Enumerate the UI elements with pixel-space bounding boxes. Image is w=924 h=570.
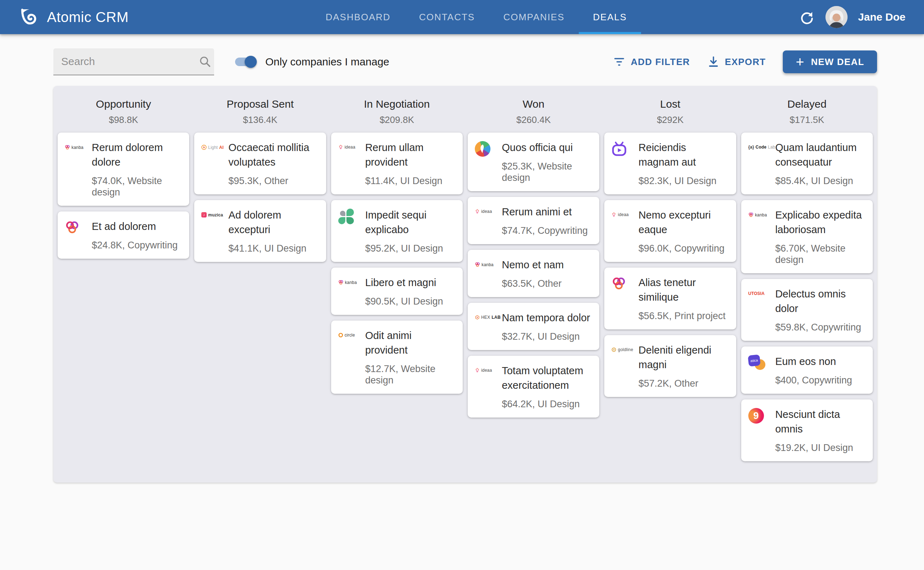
column-total: $98.8K [58, 115, 189, 126]
deal-title: Rerum ullam provident [365, 140, 456, 170]
deal-card[interactable]: ideaaNemo excepturi eaque$96.0K, Copywri… [604, 200, 736, 262]
utosia-wordmark: UTOSIA [748, 291, 765, 296]
column-cards: {a}CodeLabQuam laudantium consequatur$85… [741, 133, 873, 461]
column-opportunity: Opportunity$98.8K kanbaRerum dolorem dol… [58, 92, 189, 461]
deal-details: $6.70K, Website design [775, 243, 866, 265]
company-logo: kanba [748, 208, 770, 265]
deal-text: Alias tenetur similique$56.5K, Print pro… [638, 276, 729, 322]
deal-text: Odit animi provident$12.7K, Website desi… [365, 328, 456, 386]
tab-dashboard[interactable]: DASHBOARD [311, 0, 405, 34]
deal-text: Impedit sequi explicabo$95.2K, UI Design [365, 208, 456, 254]
deal-card[interactable]: HEXLABNam tempora dolor$32.7K, UI Design [468, 303, 599, 350]
deal-title: Libero et magni [365, 276, 456, 290]
codelab-wordmark: {a}CodeLab [748, 145, 775, 150]
company-logo [475, 140, 497, 183]
deal-card[interactable]: ideaaTotam voluptatem exercitationem$64.… [468, 356, 599, 418]
column-delayed: Delayed$171.5K{a}CodeLabQuam laudantium … [741, 92, 873, 461]
deal-card[interactable]: aticaEum eos non$400, Copywriting [741, 346, 873, 394]
user-avatar[interactable] [826, 6, 847, 28]
toggle-thumb [245, 56, 257, 68]
company-logo [338, 208, 360, 254]
export-button[interactable]: EXPORT [707, 55, 766, 68]
company-logo: ideaa [475, 363, 497, 410]
deal-card[interactable]: kanbaRerum dolorem dolore$74.0K, Website… [58, 133, 189, 206]
deal-card[interactable]: circleOdit animi provident$12.7K, Websit… [331, 320, 463, 394]
deal-card[interactable]: ♪muzicaAd dolorem excepturi$41.1K, UI De… [194, 200, 326, 262]
deal-card[interactable]: Reiciendis magnam aut$82.3K, UI Design [604, 133, 736, 195]
deal-card[interactable]: ideaaRerum ullam provident$11.4K, UI Des… [331, 133, 463, 195]
deal-details: $96.0K, Copywriting [638, 243, 729, 254]
deal-title: Alias tenetur similique [638, 276, 729, 305]
deal-details: $56.5K, Print project [638, 310, 729, 322]
column-title: Proposal Sent [194, 98, 326, 110]
deal-title: Ad dolorem excepturi [228, 208, 319, 237]
refresh-button[interactable] [798, 9, 815, 25]
deal-card[interactable]: Impedit sequi explicabo$95.2K, UI Design [331, 200, 463, 262]
deal-text: Totam voluptatem exercitationem$64.2K, U… [502, 363, 592, 410]
company-logo: kanba [65, 140, 87, 198]
deal-text: Quos officia qui$25.3K, Website design [502, 140, 592, 183]
column-title: Opportunity [58, 98, 189, 110]
deal-card[interactable]: UTOSIADelectus omnis dolor$59.8K, Copywr… [741, 279, 873, 341]
only-companies-toggle-row[interactable]: Only companies I manage [233, 55, 389, 69]
deal-details: $19.2K, UI Design [775, 442, 866, 454]
deal-title: Eum eos non [775, 354, 866, 369]
deal-title: Quos officia qui [502, 140, 592, 155]
company-logo: kanba [475, 257, 497, 289]
deal-title: Impedit sequi explicabo [365, 208, 456, 237]
deal-card[interactable]: kanbaExplicabo expedita laboriosam$6.70K… [741, 200, 873, 273]
deal-card[interactable]: LightAIOccaecati mollitia voluptates$95.… [194, 133, 326, 195]
deal-card[interactable]: {a}CodeLabQuam laudantium consequatur$85… [741, 133, 873, 195]
deal-text: Quam laudantium consequatur$85.4K, UI De… [775, 140, 866, 187]
deal-card[interactable]: Et ad dolorem$24.8K, Copywriting [58, 211, 189, 259]
company-logo: 9 [748, 407, 770, 454]
new-deal-button[interactable]: + NEW DEAL [783, 51, 877, 73]
deal-card[interactable]: kanbaLibero et magni$90.5K, UI Design [331, 268, 463, 315]
company-logo: ideaa [338, 140, 360, 187]
toggle-label: Only companies I manage [265, 56, 389, 68]
deal-details: $41.1K, UI Design [228, 243, 319, 254]
company-logo: kanba [338, 276, 360, 307]
deal-details: $95.3K, Other [228, 175, 319, 187]
tab-deals[interactable]: DEALS [579, 0, 641, 34]
only-companies-toggle[interactable] [233, 55, 257, 69]
column-title: Won [468, 98, 599, 110]
app-header: Atomic CRM DASHBOARDCONTACTSCOMPANIESDEA… [0, 0, 924, 34]
deal-title: Deleniti eligendi magni [638, 343, 729, 372]
deal-card[interactable]: ideaaRerum animi et$74.7K, Copywriting [468, 197, 599, 244]
deal-card[interactable]: Quos officia qui$25.3K, Website design [468, 133, 599, 191]
deal-title: Explicabo expedita laboriosam [775, 208, 866, 237]
column-title: Delayed [741, 98, 873, 110]
deal-text: Rerum ullam provident$11.4K, UI Design [365, 140, 456, 187]
column-total: $292K [604, 115, 736, 126]
deal-card[interactable]: kanbaNemo et nam$63.5K, Other [468, 250, 599, 297]
deal-text: Nesciunt dicta omnis$19.2K, UI Design [775, 407, 866, 454]
deal-text: Occaecati mollitia voluptates$95.3K, Oth… [228, 140, 319, 187]
deal-title: Delectus omnis dolor [775, 287, 866, 316]
ideaa-wordmark: ideaa [338, 145, 355, 150]
deal-card[interactable]: Alias tenetur similique$56.5K, Print pro… [604, 268, 736, 329]
column-cards: Quos officia qui$25.3K, Website design i… [468, 133, 599, 418]
column-header-opportunity: Opportunity$98.8K [58, 92, 189, 133]
column-header-won: Won$260.4K [468, 92, 599, 133]
tab-contacts[interactable]: CONTACTS [405, 0, 489, 34]
column-won: Won$260.4KQuos officia qui$25.3K, Websit… [468, 92, 599, 461]
search-field[interactable] [61, 55, 198, 67]
deal-card[interactable]: goldlineDeleniti eligendi magni$57.2K, O… [604, 335, 736, 397]
deal-text: Eum eos non$400, Copywriting [775, 354, 866, 386]
tab-companies[interactable]: COMPANIES [489, 0, 579, 34]
deal-text: Libero et magni$90.5K, UI Design [365, 276, 456, 307]
deal-text: Nemo excepturi eaque$96.0K, Copywriting [638, 208, 729, 254]
deal-text: Deleniti eligendi magni$57.2K, Other [638, 343, 729, 389]
ideaa-wordmark: ideaa [611, 212, 629, 217]
app-title: Atomic CRM [47, 9, 128, 25]
deal-card[interactable]: 9Nesciunt dicta omnis$19.2K, UI Design [741, 400, 873, 461]
kanba-knot-icon [65, 220, 80, 235]
search-input[interactable] [53, 48, 214, 75]
deal-title: Reiciendis magnam aut [638, 140, 729, 170]
kanba-wordmark: kanba [748, 212, 767, 218]
column-total: $260.4K [468, 115, 599, 126]
add-filter-button[interactable]: ADD FILTER [613, 55, 690, 68]
deal-text: Ad dolorem excepturi$41.1K, UI Design [228, 208, 319, 254]
column-title: In Negotiation [331, 98, 463, 110]
